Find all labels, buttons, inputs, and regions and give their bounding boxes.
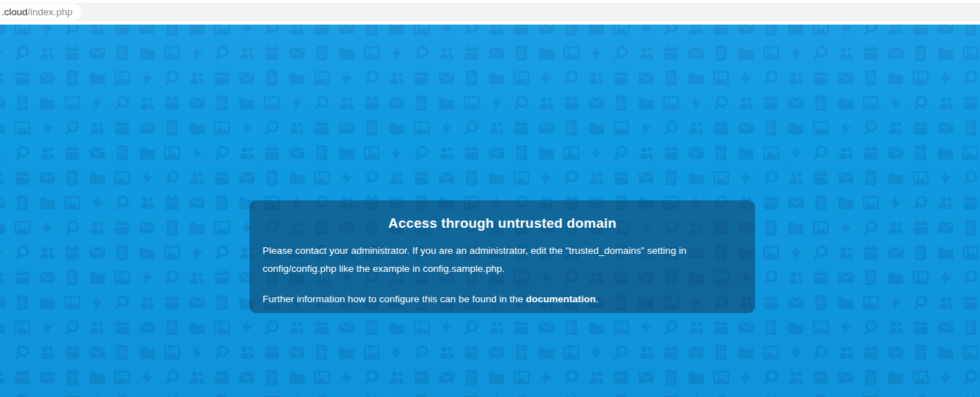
- documentation-link[interactable]: documentation: [526, 294, 596, 304]
- url-text[interactable]: .cloud/index.php: [1, 3, 72, 21]
- dialog-info: Further information how to configure thi…: [263, 290, 742, 308]
- url-domain: .cloud: [1, 7, 27, 17]
- page-background: Access through untrusted domain Please c…: [0, 25, 980, 397]
- dialog-info-text: Further information how to configure thi…: [263, 294, 526, 304]
- url-path: /index.php: [27, 7, 72, 17]
- error-dialog: Access through untrusted domain Please c…: [250, 200, 755, 313]
- dialog-info-period: .: [596, 294, 599, 304]
- dialog-message: Please contact your administrator. If yo…: [263, 242, 742, 278]
- dialog-title: Access through untrusted domain: [263, 215, 742, 232]
- browser-url-bar[interactable]: .cloud/index.php: [0, 0, 980, 25]
